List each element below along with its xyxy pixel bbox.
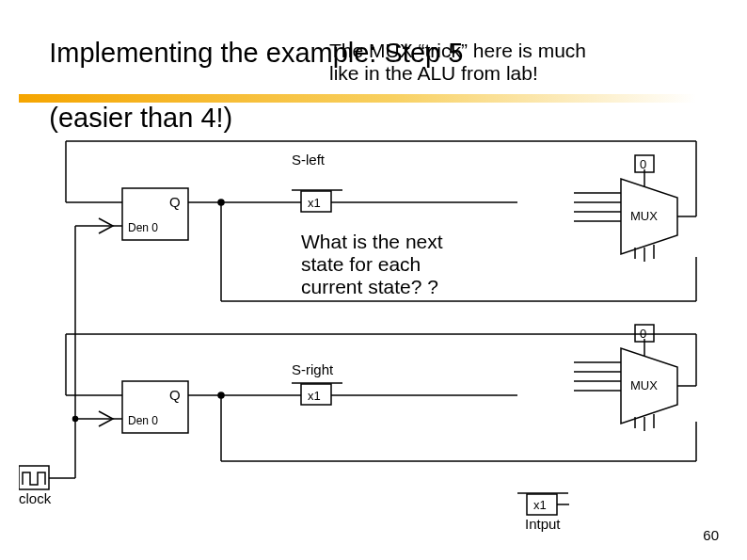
circuit-diagram: S-left S-right Q Den 0 Q Den 0 x1 x1 0 0… <box>19 122 715 536</box>
label-s-left: S-left <box>292 152 326 168</box>
label-q-lower: Q <box>169 387 181 403</box>
label-zero-upper: 0 <box>640 157 646 171</box>
label-den0-upper: Den 0 <box>128 221 158 234</box>
label-x1-input: x1 <box>533 498 547 512</box>
divider-gradient <box>19 94 696 103</box>
subtitle-line-1: The MUX “trick” here is much <box>329 40 586 61</box>
subtitle-line-2: like in the ALU from lab! <box>329 62 538 84</box>
label-den0-lower: Den 0 <box>128 414 158 427</box>
slide: Implementing the example: Step 5 (easier… <box>0 0 747 560</box>
label-mux-lower: MUX <box>630 378 658 392</box>
label-clock: clock <box>19 490 52 506</box>
label-x1-lower: x1 <box>308 389 321 403</box>
label-zero-lower: 0 <box>640 327 646 341</box>
label-mux-upper: MUX <box>630 209 658 223</box>
label-x1-upper: x1 <box>308 196 321 210</box>
label-input: Intput <box>525 516 561 532</box>
label-s-right: S-right <box>292 361 334 377</box>
slide-subtitle: The MUX “trick” here is much like in the… <box>329 40 586 85</box>
label-q-upper: Q <box>169 194 181 210</box>
svg-rect-50 <box>19 466 49 489</box>
